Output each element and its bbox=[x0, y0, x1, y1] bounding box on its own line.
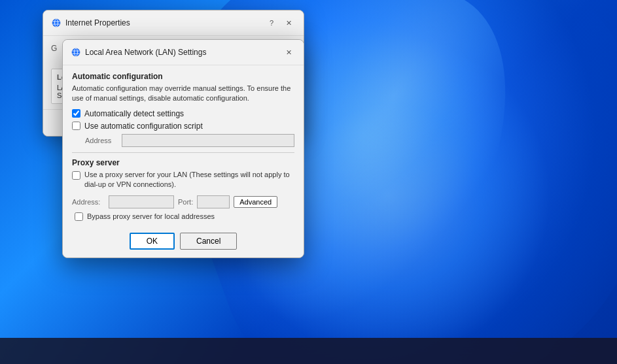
lan-titlebar: Local Area Network (LAN) Settings ✕ bbox=[63, 40, 304, 65]
bypass-proxy-checkbox[interactable] bbox=[75, 212, 83, 221]
lan-dialog-footer: OK Cancel bbox=[63, 227, 304, 257]
lan-dialog-icon bbox=[71, 47, 81, 58]
lan-cancel-button[interactable]: Cancel bbox=[180, 233, 237, 250]
lan-close-button[interactable]: ✕ bbox=[281, 45, 296, 59]
taskbar bbox=[0, 338, 617, 364]
inet-props-title-controls: ? ✕ bbox=[264, 16, 296, 30]
lan-title-controls: ✕ bbox=[281, 45, 296, 59]
use-proxy-label: Use a proxy server for your LAN (These s… bbox=[84, 170, 294, 190]
auto-config-section: Automatic configuration Automatic config… bbox=[72, 72, 294, 147]
proxy-server-section: Proxy server Use a proxy server for your… bbox=[72, 158, 294, 221]
proxy-address-input[interactable] bbox=[109, 195, 174, 208]
detect-settings-label: Automatically detect settings bbox=[84, 109, 184, 118]
script-address-row: Address bbox=[85, 134, 294, 147]
svg-point-0 bbox=[52, 19, 60, 27]
proxy-server-title: Proxy server bbox=[72, 158, 294, 167]
advanced-button[interactable]: Advanced bbox=[234, 196, 277, 208]
script-address-input[interactable] bbox=[122, 134, 294, 147]
section-divider bbox=[72, 152, 294, 153]
auto-config-desc: Automatic configuration may override man… bbox=[72, 84, 294, 104]
inet-props-close-button[interactable]: ✕ bbox=[281, 16, 296, 30]
config-script-checkbox[interactable] bbox=[72, 122, 80, 130]
inet-props-title-left: Internet Properties bbox=[51, 18, 130, 28]
svg-point-4 bbox=[72, 48, 80, 56]
config-script-row: Use automatic configuration script bbox=[72, 122, 294, 131]
inet-props-titlebar: Internet Properties ? ✕ bbox=[43, 10, 304, 36]
bypass-proxy-label: Bypass proxy server for local addresses bbox=[87, 212, 215, 220]
proxy-fields-row: Address: Port: Advanced bbox=[72, 195, 294, 208]
inet-props-help-button[interactable]: ? bbox=[264, 16, 279, 30]
lan-dialog-body: Automatic configuration Automatic config… bbox=[63, 65, 304, 227]
script-address-label: Address bbox=[85, 137, 118, 144]
proxy-port-label: Port: bbox=[178, 198, 193, 206]
lan-title-left: Local Area Network (LAN) Settings bbox=[71, 47, 206, 58]
lan-settings-dialog: Local Area Network (LAN) Settings ✕ Auto… bbox=[62, 39, 304, 258]
auto-config-title: Automatic configuration bbox=[72, 72, 294, 81]
inet-props-icon bbox=[51, 18, 62, 28]
proxy-port-input[interactable] bbox=[197, 195, 230, 208]
lan-dialog-title-text: Local Area Network (LAN) Settings bbox=[85, 48, 206, 57]
proxy-address-label: Address: bbox=[72, 198, 105, 206]
config-script-label: Use automatic configuration script bbox=[84, 122, 203, 131]
lan-ok-button[interactable]: OK bbox=[130, 233, 175, 250]
bypass-proxy-row: Bypass proxy server for local addresses bbox=[75, 212, 294, 221]
detect-settings-checkbox[interactable] bbox=[72, 109, 80, 118]
use-proxy-row: Use a proxy server for your LAN (These s… bbox=[72, 170, 294, 190]
detect-settings-row: Automatically detect settings bbox=[72, 109, 294, 118]
inet-props-title-text: Internet Properties bbox=[65, 18, 130, 27]
use-proxy-checkbox[interactable] bbox=[72, 171, 80, 180]
